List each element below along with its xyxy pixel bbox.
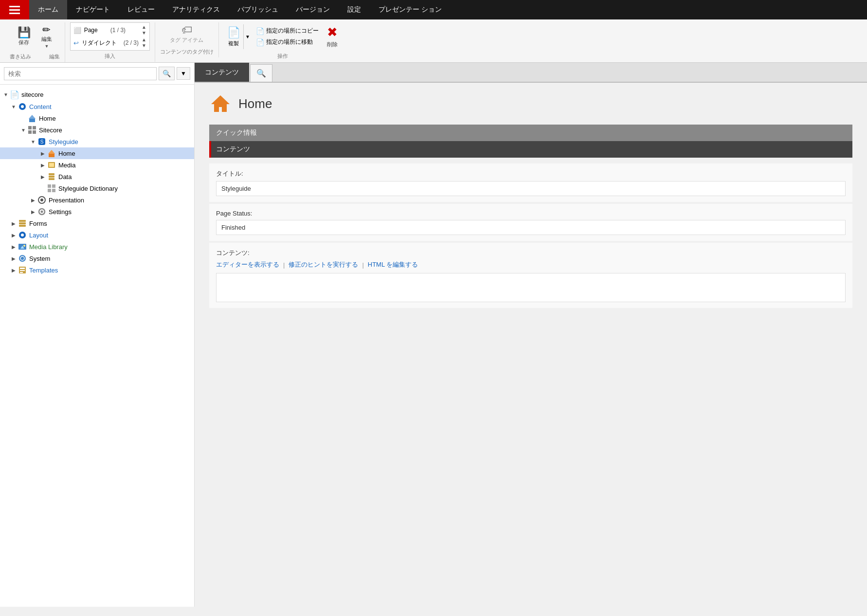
ribbon-tag-buttons: 🏷 タグ アイテム <box>165 22 208 46</box>
search-input[interactable] <box>4 67 157 80</box>
edit-html-link[interactable]: HTML を編集する <box>368 260 418 269</box>
svg-rect-25 <box>19 220 26 222</box>
tree-item-sitecore2[interactable]: ▼ Sitecore <box>0 124 194 136</box>
duplicate-main: 📄 複製 <box>224 24 243 49</box>
redirect-up-arrow[interactable]: ▲ <box>142 37 146 43</box>
write-group-label: 書き込み 編集 <box>10 53 60 60</box>
menu-bar: ホーム ナビゲート レビュー アナリティクス パブリッシュ バージョン 設定 プ… <box>0 0 867 19</box>
tree-label-settings: Settings <box>49 208 72 216</box>
tree-label-home-selected: Home <box>58 150 75 157</box>
save-button[interactable]: 💾 保存 <box>13 25 35 49</box>
duplicate-split-button[interactable]: 📄 複製 ▼ <box>224 24 252 50</box>
right-panel: コンテンツ 🔍 Home クイック情報 コンテンツ <box>195 63 867 607</box>
link-sep-1: | <box>283 261 285 269</box>
tree-label-data: Data <box>58 173 72 181</box>
menu-item-review[interactable]: レビュー <box>119 0 163 19</box>
tree-item-medialibrary[interactable]: ▶ Media Library <box>0 241 194 253</box>
menu-item-analytics[interactable]: アナリティクス <box>163 0 229 19</box>
tree-icon-content <box>18 102 27 111</box>
move-to-button[interactable]: 📄 指定の場所に移動 <box>254 37 321 47</box>
content-section-header[interactable]: コンテンツ <box>209 141 852 158</box>
tree-item-forms[interactable]: ▶ Forms <box>0 217 194 229</box>
tree-icon-system <box>18 254 27 263</box>
title-field-input[interactable] <box>216 181 846 196</box>
tree-toggle-styleguide: ▼ <box>29 139 37 145</box>
duplicate-arrow[interactable]: ▼ <box>243 24 252 49</box>
tree-item-templates[interactable]: ▶ Templates <box>0 264 194 276</box>
tree-label-styleguide: Styleguide <box>49 138 78 145</box>
svg-marker-3 <box>29 115 36 119</box>
tab-content[interactable]: コンテンツ <box>195 63 249 82</box>
tree-label-dict: Styleguide Dictionary <box>58 185 118 192</box>
svg-rect-27 <box>19 225 26 227</box>
tree-item-dict[interactable]: Styleguide Dictionary <box>0 182 194 194</box>
tree-item-layout[interactable]: ▶ Layout <box>0 229 194 241</box>
status-field-input[interactable] <box>216 220 846 235</box>
tree-icon-layout <box>18 231 27 239</box>
menu-item-presentation[interactable]: プレゼンテー ション <box>370 0 451 19</box>
tag-item-button[interactable]: 🏷 タグ アイテム <box>165 22 208 46</box>
menu-item-home[interactable]: ホーム <box>29 0 67 19</box>
tree-item-home-l2[interactable]: Home <box>0 112 194 124</box>
search-options-button[interactable]: ▼ <box>177 67 190 80</box>
tag-group-label: コンテンツのタグ付け <box>160 48 214 55</box>
tree-icon-forms <box>18 219 27 228</box>
menu-item-navigate[interactable]: ナビゲート <box>67 0 119 19</box>
tree-item-data[interactable]: ▶ Data <box>0 171 194 182</box>
delete-icon: ✖ <box>327 25 338 40</box>
ribbon-group-write: 💾 保存 ✏ 編集 ▼ 書き込み 編集 <box>5 22 65 62</box>
left-panel: 🔍 ▼ ▼ 📄 sitecore ▼ Content <box>0 63 195 607</box>
ribbon-operation-buttons: 📄 複製 ▼ 📄 指定の場所にコピー 📄 指定の場所に移動 ✖ 削除 <box>224 22 342 51</box>
svg-rect-2 <box>29 118 35 122</box>
run-hints-link[interactable]: 修正のヒントを実行する <box>289 260 358 269</box>
search-button[interactable]: 🔍 <box>159 67 175 80</box>
tree-icon-presentation <box>37 196 47 204</box>
content-editor-area[interactable] <box>216 273 846 302</box>
redirect-down-arrow[interactable]: ▼ <box>142 43 146 49</box>
tree-label-home-l2: Home <box>39 115 56 122</box>
tree-item-home-selected[interactable]: ▶ Home <box>0 147 194 159</box>
tree-label-layout: Layout <box>29 232 48 239</box>
hamburger-menu[interactable] <box>0 0 29 19</box>
tree-item-styleguide[interactable]: ▼ S Styleguide <box>0 136 194 147</box>
tree-icon-dict <box>47 184 56 193</box>
menu-item-settings[interactable]: 設定 <box>339 0 370 19</box>
move-to-icon: 📄 <box>256 38 264 46</box>
tree-item-sitecore[interactable]: ▼ 📄 sitecore <box>0 89 194 101</box>
status-field-group: Page Status: <box>209 204 852 241</box>
svg-rect-7 <box>33 130 36 134</box>
copy-to-button[interactable]: 📄 指定の場所にコピー <box>254 26 321 36</box>
tree-item-settings[interactable]: ▶ Settings <box>0 206 194 217</box>
ribbon-write-buttons: 💾 保存 ✏ 編集 ▼ <box>13 22 56 51</box>
edit-button[interactable]: ✏ 編集 ▼ <box>37 22 56 51</box>
menu-item-publish[interactable]: パブリッシュ <box>229 0 287 19</box>
svg-point-24 <box>41 211 43 213</box>
tree-label-templates: Templates <box>29 267 58 274</box>
ribbon-group-tag: 🏷 タグ アイテム コンテンツのタグ付け <box>155 22 219 57</box>
svg-point-32 <box>23 245 25 247</box>
page-up-arrow[interactable]: ▲ <box>142 24 146 30</box>
svg-text:S: S <box>40 139 44 145</box>
quick-info-header[interactable]: クイック情報 <box>209 125 852 141</box>
tree-item-presentation[interactable]: ▶ Presentation <box>0 194 194 206</box>
tree-item-system[interactable]: ▶ System <box>0 253 194 264</box>
insert-group-label: 挿入 <box>105 53 115 60</box>
show-editor-link[interactable]: エディターを表示する <box>216 260 279 269</box>
page-down-arrow[interactable]: ▼ <box>142 30 146 36</box>
page-icon: ⬜ <box>73 27 81 34</box>
tree-toggle-content: ▼ <box>10 104 18 109</box>
ribbon-insert-buttons: ⬜ Page (1 / 3) ▲ ▼ ↩ リダイレクト (2 / 3) ▲ ▼ <box>70 22 150 51</box>
delete-button[interactable]: ✖ 削除 <box>323 22 342 51</box>
tab-search-button[interactable]: 🔍 <box>250 64 272 82</box>
tree-label-medialibrary: Media Library <box>29 243 68 251</box>
tree-icon-settings <box>37 207 47 216</box>
tree-item-content[interactable]: ▼ Content <box>0 101 194 112</box>
tree-item-media[interactable]: ▶ Media <box>0 159 194 171</box>
svg-point-1 <box>21 105 24 108</box>
content-field-label: コンテンツ: <box>216 249 846 257</box>
menu-item-version[interactable]: バージョン <box>287 0 339 19</box>
tree-toggle-media: ▶ <box>39 163 47 168</box>
save-icon: 💾 <box>18 27 31 38</box>
svg-rect-10 <box>49 153 54 157</box>
tree-icon-styleguide: S <box>37 137 47 146</box>
